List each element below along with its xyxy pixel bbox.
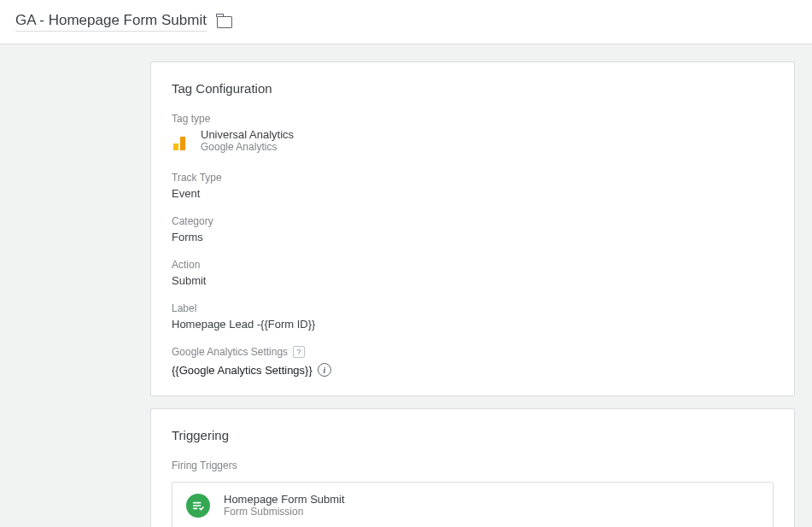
tag-configuration-card[interactable]: Tag Configuration Tag type Universal Ana… — [150, 61, 795, 396]
content-area: Tag Configuration Tag type Universal Ana… — [0, 44, 812, 527]
trigger-name: Homepage Form Submit — [224, 493, 345, 506]
tag-type-label: Tag type — [172, 113, 774, 125]
track-type-value: Event — [172, 187, 774, 200]
action-label: Action — [172, 259, 774, 271]
form-submission-icon — [186, 494, 210, 518]
tag-config-title: Tag Configuration — [172, 81, 774, 96]
track-type-label: Track Type — [172, 172, 774, 184]
label-label: Label — [172, 302, 774, 314]
triggering-card[interactable]: Triggering Firing Triggers Homepage Form… — [150, 408, 795, 527]
page-title[interactable]: GA - Homepage Form Submit — [15, 12, 207, 32]
triggering-title: Triggering — [172, 428, 774, 442]
google-analytics-icon — [172, 132, 190, 150]
firing-triggers-label: Firing Triggers — [172, 460, 774, 471]
action-value: Submit — [172, 274, 774, 287]
tag-type-text: Universal Analytics Google Analytics — [201, 128, 294, 153]
folder-icon[interactable] — [217, 16, 232, 28]
info-icon[interactable]: i — [318, 363, 331, 377]
trigger-text: Homepage Form Submit Form Submission — [224, 493, 345, 518]
category-label: Category — [172, 215, 774, 227]
page-header: GA - Homepage Form Submit — [0, 0, 812, 44]
ga-settings-label-row: Google Analytics Settings ? — [172, 346, 774, 358]
ga-settings-value-row: {{Google Analytics Settings}} i — [172, 363, 774, 377]
tag-type-subtitle: Google Analytics — [201, 141, 294, 153]
ga-settings-label: Google Analytics Settings — [172, 346, 288, 358]
tag-type-row: Universal Analytics Google Analytics — [172, 128, 774, 153]
ga-settings-value: {{Google Analytics Settings}} — [172, 364, 313, 377]
category-value: Forms — [172, 231, 774, 243]
trigger-row[interactable]: Homepage Form Submit Form Submission — [172, 482, 774, 527]
help-icon[interactable]: ? — [293, 346, 305, 358]
trigger-type: Form Submission — [224, 506, 345, 518]
label-value: Homepage Lead -{{Form ID}} — [172, 318, 774, 331]
tag-type-name: Universal Analytics — [201, 128, 294, 141]
